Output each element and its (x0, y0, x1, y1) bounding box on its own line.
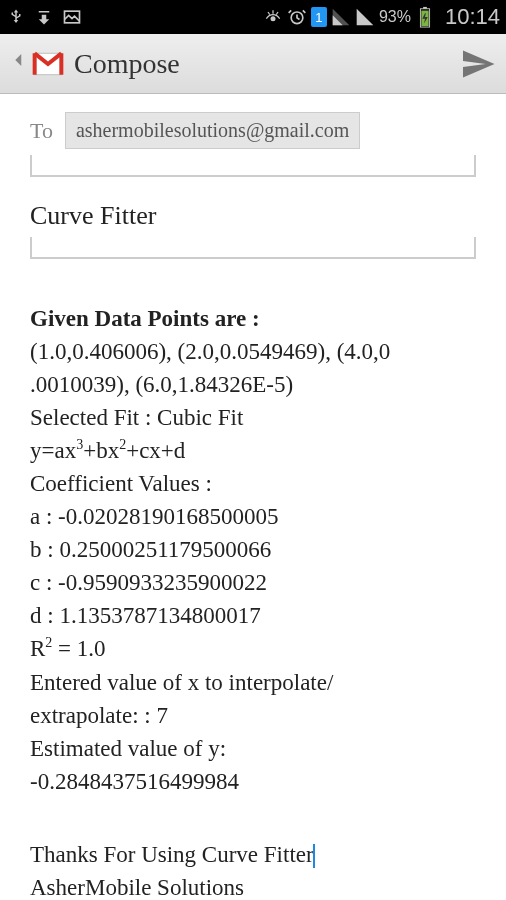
equation: y=ax3+bx2+cx+d (30, 435, 476, 466)
coeff-heading: Coefficient Values : (30, 468, 476, 499)
text-cursor (313, 844, 315, 868)
eye-icon (263, 7, 283, 27)
gmail-icon[interactable] (32, 48, 64, 80)
data-points-line2: .0010039), (6.0,1.84326E-5) (30, 369, 476, 400)
signal-icon-2 (355, 7, 375, 27)
to-chip[interactable]: ashermobilesolutions@gmail.com (65, 112, 360, 149)
app-bar: Compose (0, 34, 506, 94)
subject-field[interactable]: Curve Fitter (30, 201, 476, 231)
status-bar: 1 93% 10:14 (0, 0, 506, 34)
r-squared: R2 = 1.0 (30, 633, 476, 664)
interp-line1: Entered value of x to interpolate/ (30, 667, 476, 698)
selected-fit: Selected Fit : Cubic Fit (30, 402, 476, 433)
subject-field-underline (30, 237, 476, 259)
send-button[interactable] (460, 46, 496, 82)
sim-icon: 1 (311, 7, 327, 27)
clock-time: 10:14 (445, 4, 500, 30)
app-title: Compose (74, 48, 180, 80)
svg-rect-4 (423, 7, 427, 9)
body-heading: Given Data Points are : (30, 303, 476, 334)
svg-point-1 (270, 16, 275, 21)
to-row[interactable]: To ashermobilesolutions@gmail.com (30, 112, 476, 149)
back-chevron-icon[interactable] (10, 46, 28, 81)
coeff-b: b : 0.25000251179500066 (30, 534, 476, 565)
est-line1: Estimated value of y: (30, 733, 476, 764)
picture-icon (62, 7, 82, 27)
email-body[interactable]: Given Data Points are : (1.0,0.406006), … (30, 283, 476, 900)
est-line2: -0.2848437516499984 (30, 766, 476, 797)
to-label: To (30, 118, 53, 144)
company-line: AsherMobile Solutions (30, 872, 476, 900)
download-icon (34, 7, 54, 27)
thanks-line: Thanks For Using Curve Fitter (30, 839, 476, 870)
coeff-c: c : -0.9590933235900022 (30, 567, 476, 598)
coeff-a: a : -0.02028190168500005 (30, 501, 476, 532)
to-field-underline (30, 155, 476, 177)
signal-icon-1 (331, 7, 351, 27)
usb-icon (6, 7, 26, 27)
coeff-d: d : 1.1353787134800017 (30, 600, 476, 631)
battery-icon (415, 7, 435, 27)
data-points-line1: (1.0,0.406006), (2.0,0.0549469), (4.0,0 (30, 336, 476, 367)
interp-line2: extrapolate: : 7 (30, 700, 476, 731)
alarm-icon (287, 7, 307, 27)
battery-percentage: 93% (379, 8, 411, 26)
